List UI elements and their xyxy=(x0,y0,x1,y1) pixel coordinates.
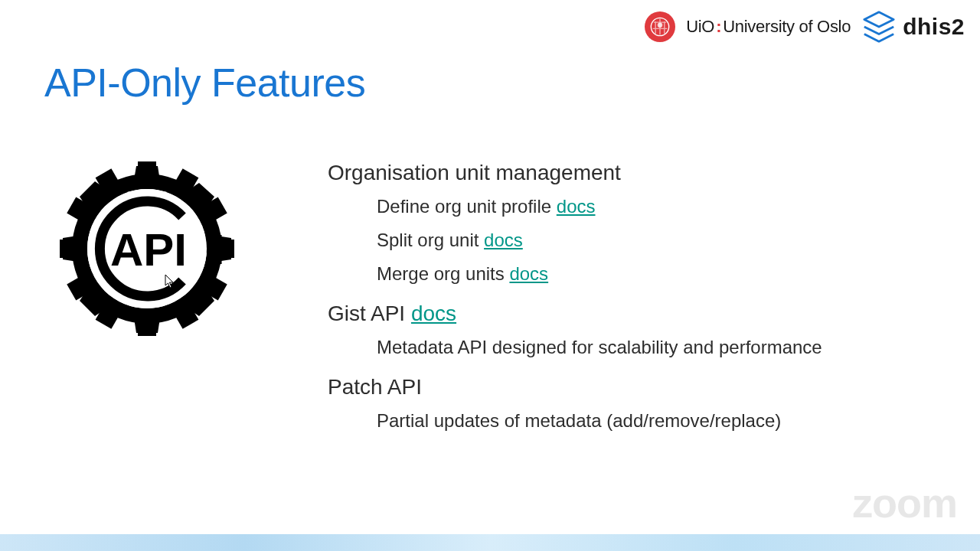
slide-title: API-Only Features xyxy=(44,60,365,106)
dhis2-label: dhis2 xyxy=(903,14,965,40)
svg-text:API: API xyxy=(155,225,224,273)
heading-text: Gist API xyxy=(328,302,411,325)
item-text: Define org unit profile xyxy=(377,196,557,217)
uio-seal-icon xyxy=(645,11,675,42)
gist-sublist: Metadata API designed for scalability an… xyxy=(377,337,822,358)
zoom-watermark: zoom xyxy=(852,479,957,527)
docs-link[interactable]: docs xyxy=(411,302,456,325)
section-heading-patch: Patch API xyxy=(328,375,822,399)
dhis2-icon xyxy=(861,9,897,44)
uio-text: UiO : University of Oslo xyxy=(686,17,851,37)
list-item: Partial updates of metadata (add/remove/… xyxy=(377,410,822,432)
list-item: Define org unit profile docs xyxy=(377,196,822,217)
section-heading-gist: Gist API docs xyxy=(328,302,822,326)
orgunit-sublist: Define org unit profile docs Split org u… xyxy=(377,196,822,285)
section-heading-orgunit: Organisation unit management xyxy=(328,161,822,185)
list-item: Merge org units docs xyxy=(377,263,822,285)
bottom-band xyxy=(0,534,980,551)
docs-link[interactable]: docs xyxy=(484,230,523,250)
uio-full: University of Oslo xyxy=(723,17,851,37)
item-text: Merge org units xyxy=(377,263,509,284)
svg-point-1 xyxy=(658,23,662,27)
item-text: Split org unit xyxy=(377,230,484,250)
api-gear-icon: API xyxy=(55,157,239,341)
list-item: Metadata API designed for scalability an… xyxy=(377,337,822,358)
uio-separator: : xyxy=(714,17,723,37)
uio-short: UiO xyxy=(686,17,714,37)
slide-content: Organisation unit management Define org … xyxy=(328,161,822,448)
header-logos: UiO : University of Oslo dhis2 xyxy=(645,9,965,44)
docs-link[interactable]: docs xyxy=(557,196,596,217)
docs-link[interactable]: docs xyxy=(509,263,548,284)
list-item: Split org unit docs xyxy=(377,230,822,251)
patch-sublist: Partial updates of metadata (add/remove/… xyxy=(377,410,822,432)
dhis2-logo: dhis2 xyxy=(861,9,965,44)
